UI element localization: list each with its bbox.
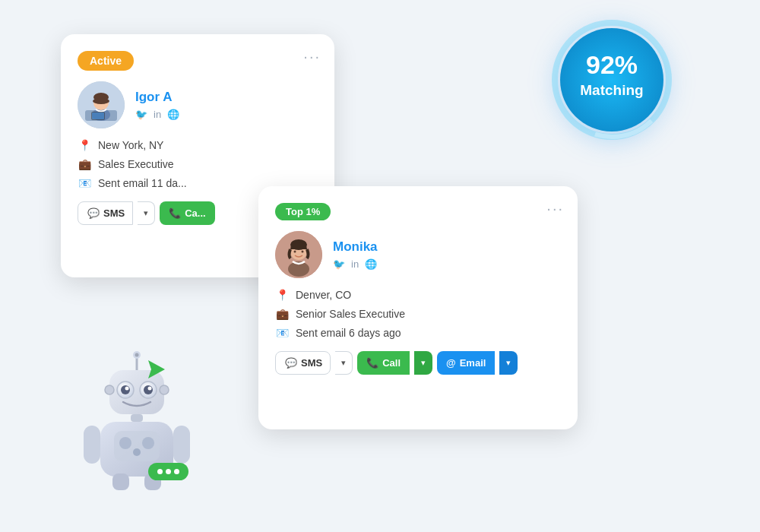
monika-name: Monika	[333, 239, 378, 255]
igor-role: Sales Executive	[98, 158, 174, 170]
igor-role-row: 💼 Sales Executive	[78, 158, 318, 170]
igor-more-options[interactable]: ···	[303, 48, 321, 65]
monika-action-buttons: 💬 SMS ▾ 📞 Call ▾ @ Email ▾	[275, 351, 561, 375]
call-icon: 📞	[169, 207, 181, 219]
igor-social: 🐦 in 🌐	[135, 109, 179, 120]
monika-location: Denver, CO	[296, 289, 351, 301]
igor-sms-dropdown[interactable]: ▾	[138, 201, 155, 225]
monika-sms-button[interactable]: 💬 SMS	[275, 351, 331, 375]
monika-info: Monika 🐦 in 🌐	[333, 239, 378, 270]
svg-point-19	[135, 353, 139, 357]
location-icon: 📍	[78, 139, 91, 151]
svg-point-5	[93, 98, 109, 104]
monika-briefcase-icon: 💼	[275, 308, 289, 320]
svg-rect-35	[84, 426, 100, 464]
email-activity-icon: 📧	[78, 177, 91, 189]
svg-rect-37	[112, 473, 129, 490]
monika-header: Monika 🐦 in 🌐	[275, 231, 561, 278]
igor-location-row: 📍 New York, NY	[78, 139, 318, 151]
monika-activity: Sent email 6 days ago	[296, 327, 401, 339]
igor-twitter-icon[interactable]: 🐦	[135, 109, 147, 120]
matching-circle: 92% Matching	[551, 19, 673, 141]
igor-sms-button[interactable]: 💬 SMS	[78, 201, 133, 225]
igor-header: Igor A 🐦 in 🌐	[78, 81, 318, 128]
robot-arrow	[148, 360, 165, 382]
svg-marker-39	[148, 360, 165, 378]
svg-point-26	[148, 387, 152, 391]
matching-label: Matching	[580, 82, 643, 98]
sms-icon: 💬	[87, 207, 100, 219]
monika-call-button[interactable]: 📞 Call	[357, 351, 410, 375]
svg-point-24	[144, 385, 153, 394]
svg-rect-36	[173, 426, 190, 464]
svg-point-23	[121, 385, 130, 394]
igor-call-button[interactable]: 📞 Ca...	[160, 201, 214, 225]
igor-activity: Sent email 11 da...	[98, 177, 187, 189]
briefcase-icon: 💼	[78, 158, 91, 170]
svg-point-28	[160, 385, 169, 394]
monika-email-icon: 📧	[275, 327, 289, 339]
svg-point-32	[119, 437, 131, 449]
monika-activity-row: 📧 Sent email 6 days ago	[275, 327, 561, 339]
svg-point-27	[105, 385, 114, 394]
card-monika: Top 1% ···	[258, 186, 578, 429]
monika-location-row: 📍 Denver, CO	[275, 289, 561, 301]
svg-point-25	[125, 387, 129, 391]
chat-bubble	[148, 463, 188, 480]
svg-point-33	[142, 437, 154, 449]
monika-location-icon: 📍	[275, 289, 289, 301]
monika-email-btn-icon: @	[446, 357, 456, 369]
svg-point-12	[294, 251, 296, 253]
svg-rect-29	[131, 414, 143, 422]
igor-globe-icon[interactable]: 🌐	[167, 109, 179, 120]
monika-role: Senior Sales Executive	[296, 308, 405, 320]
monika-globe-icon[interactable]: 🌐	[365, 258, 377, 270]
monika-email-button[interactable]: @ Email	[437, 351, 495, 375]
igor-info: Igor A 🐦 in 🌐	[135, 90, 179, 120]
monika-twitter-icon[interactable]: 🐦	[333, 258, 345, 270]
monika-more-options[interactable]: ···	[546, 200, 564, 217]
igor-linkedin-icon[interactable]: in	[154, 109, 161, 120]
scene: Active ···	[0, 0, 760, 532]
monika-call-dropdown[interactable]: ▾	[414, 351, 432, 375]
svg-point-13	[302, 251, 304, 253]
monika-role-row: 💼 Senior Sales Executive	[275, 308, 561, 320]
svg-rect-7	[92, 112, 104, 119]
active-badge: Active	[78, 51, 134, 71]
svg-point-15	[560, 28, 663, 131]
igor-location: New York, NY	[98, 139, 163, 151]
monika-avatar	[275, 231, 322, 278]
igor-avatar	[78, 81, 125, 128]
monika-email-dropdown[interactable]: ▾	[499, 351, 518, 375]
chat-dot-3	[174, 469, 179, 474]
svg-point-34	[133, 448, 141, 456]
matching-percent: 92%	[586, 50, 638, 79]
chat-dot-1	[157, 469, 163, 474]
monika-linkedin-icon[interactable]: in	[351, 258, 359, 270]
top-badge: Top 1%	[275, 203, 331, 220]
monika-sms-icon: 💬	[285, 357, 297, 369]
monika-sms-dropdown[interactable]: ▾	[335, 351, 353, 375]
igor-name: Igor A	[135, 90, 179, 105]
chat-dot-2	[166, 469, 171, 474]
monika-call-icon: 📞	[366, 357, 378, 369]
monika-social: 🐦 in 🌐	[333, 258, 378, 270]
